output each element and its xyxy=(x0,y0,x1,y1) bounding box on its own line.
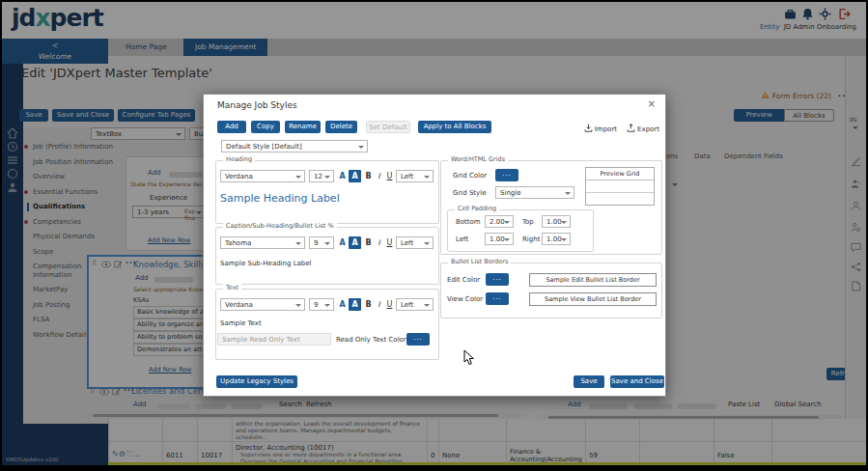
highlight-color-button[interactable]: A xyxy=(349,170,361,182)
italic-button[interactable]: I xyxy=(374,170,384,182)
app-window: jdxpert Entity JD Admin Onboarding Welco… xyxy=(2,2,866,465)
preview-grid-table: Preview Grid xyxy=(585,167,655,206)
bold-button[interactable]: B xyxy=(363,298,374,311)
edit-color-label: Edit Color xyxy=(447,276,480,284)
edit-border-sample: Sample Edit Bullet List Border xyxy=(529,273,657,287)
chevron-down-icon xyxy=(561,238,567,244)
style-delete-button[interactable]: Delete xyxy=(325,121,357,133)
style-select-value: Default Style [Default] xyxy=(226,143,302,151)
chevron-down-icon xyxy=(504,238,510,244)
chevron-down-icon xyxy=(565,192,571,198)
view-color-label: View Color xyxy=(447,295,483,303)
grid-style-label: Grid Style xyxy=(453,189,487,197)
chevron-down-icon xyxy=(561,221,567,227)
text-font-select[interactable]: Verdana xyxy=(220,298,305,311)
chevron-down-icon xyxy=(295,242,301,248)
heading-legend: Heading xyxy=(223,155,255,163)
screenshot: jdxpert Entity JD Admin Onboarding Welco… xyxy=(0,0,868,471)
highlight-color-button[interactable]: A xyxy=(349,236,361,249)
import-label: Import xyxy=(595,125,617,133)
font-color-button[interactable]: A xyxy=(337,298,348,311)
grid-color-label: Grid Color xyxy=(453,172,487,180)
font-color-button[interactable]: A xyxy=(337,170,348,182)
caption-legend: Caption/Sub-Heading/Bullet List % xyxy=(223,222,337,230)
readonly-sample-field: Sample Read Only Text xyxy=(217,333,331,346)
export-button[interactable]: Export xyxy=(627,124,659,133)
underline-button[interactable]: U xyxy=(384,236,395,249)
style-copy-button[interactable]: Copy xyxy=(251,121,280,133)
view-color-picker-button[interactable]: ... xyxy=(486,292,509,305)
text-align-select[interactable]: Left xyxy=(396,298,434,311)
underline-button[interactable]: U xyxy=(384,298,395,311)
padding-bottom-select[interactable]: 2.00 xyxy=(485,215,514,228)
modal-save-button[interactable]: Save xyxy=(574,375,604,388)
grid-color-picker-button[interactable]: ... xyxy=(495,169,518,181)
grids-legend: Word/HTML Grids xyxy=(448,155,508,163)
heading-size-select[interactable]: 12 xyxy=(309,170,334,182)
chevron-down-icon xyxy=(424,242,430,248)
view-border-sample: Sample View Bullet List Border xyxy=(529,292,657,306)
bold-button[interactable]: B xyxy=(363,236,374,249)
bullet-borders-legend: Bullet List Borders xyxy=(448,258,511,265)
export-label: Export xyxy=(637,125,659,133)
padding-left-label: Left xyxy=(456,236,468,243)
style-rename-button[interactable]: Rename xyxy=(285,121,321,133)
apply-to-all-blocks-button[interactable]: Apply to All Blocks xyxy=(418,121,491,133)
grid-style-select[interactable]: Single xyxy=(495,186,574,199)
modal-save-and-close-button[interactable]: Save and Close xyxy=(610,375,664,388)
chevron-down-icon xyxy=(324,176,330,181)
italic-button[interactable]: I xyxy=(374,236,384,249)
chevron-down-icon xyxy=(504,221,510,227)
update-legacy-styles-button[interactable]: Update Legacy Styles xyxy=(216,375,297,388)
chevron-down-icon xyxy=(295,304,301,310)
padding-bottom-label: Bottom xyxy=(456,218,481,226)
close-dialog-icon[interactable]: × xyxy=(648,98,656,109)
manage-job-styles-dialog: Manage Job Styles × Add Copy Rename Dele… xyxy=(203,94,666,397)
padding-left-select[interactable]: 1.00 xyxy=(485,233,514,245)
chevron-down-icon xyxy=(424,176,430,181)
highlight-color-button[interactable]: A xyxy=(349,298,361,311)
padding-top-select[interactable]: 1.00 xyxy=(542,215,571,228)
chevron-down-icon xyxy=(295,176,301,181)
text-sample: Sample Text xyxy=(220,319,262,327)
style-select[interactable]: Default Style [Default] xyxy=(221,140,368,152)
font-color-button[interactable]: A xyxy=(337,236,348,249)
padding-top-label: Top xyxy=(522,218,534,226)
edit-color-picker-button[interactable]: ... xyxy=(486,273,509,286)
italic-button[interactable]: I xyxy=(374,298,384,311)
heading-font-select[interactable]: Verdana xyxy=(220,170,305,182)
caption-size-select[interactable]: 9 xyxy=(309,236,334,249)
dialog-title: Manage Job Styles xyxy=(217,100,297,110)
bullet-borders-fieldset xyxy=(440,263,662,319)
heading-align-select[interactable]: Left xyxy=(396,170,434,182)
mouse-cursor xyxy=(463,349,475,366)
chevron-down-icon xyxy=(358,146,364,152)
text-legend: Text xyxy=(223,284,241,291)
cell-padding-fieldset xyxy=(447,209,594,252)
readonly-color-picker-button[interactable]: ... xyxy=(406,333,430,346)
underline-button[interactable]: U xyxy=(384,170,395,182)
set-default-button-disabled: Set Default xyxy=(366,121,410,133)
padding-right-label: Right xyxy=(522,236,540,243)
caption-align-select[interactable]: Left xyxy=(396,236,434,249)
chevron-down-icon xyxy=(324,304,330,310)
caption-font-select[interactable]: Tahoma xyxy=(220,236,305,249)
preview-grid-header: Preview Grid xyxy=(586,168,654,180)
readonly-color-label: Read Only Text Color xyxy=(336,336,406,344)
caption-fieldset xyxy=(215,227,439,285)
padding-right-select[interactable]: 1.00 xyxy=(542,233,571,245)
text-size-select[interactable]: 9 xyxy=(309,298,334,311)
chevron-down-icon xyxy=(324,242,330,248)
style-add-button[interactable]: Add xyxy=(217,121,246,133)
bold-button[interactable]: B xyxy=(363,170,374,182)
import-button[interactable]: Import xyxy=(584,124,617,133)
cell-padding-legend: Cell Padding xyxy=(455,205,499,212)
heading-sample: Sample Heading Label xyxy=(220,192,340,205)
chevron-down-icon xyxy=(424,304,430,310)
caption-sample: Sample Sub-Heading Label xyxy=(220,260,312,267)
